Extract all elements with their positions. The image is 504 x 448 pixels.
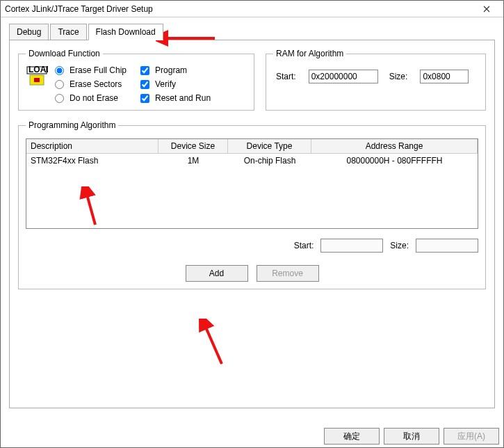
check-program-input[interactable]: [140, 66, 149, 75]
tab-trace[interactable]: Trace: [50, 24, 86, 40]
col-device-type[interactable]: Device Type: [228, 139, 311, 153]
remove-button: Remove: [257, 265, 319, 282]
download-function-group: Download Function LOAD: [18, 49, 254, 111]
tab-page-flash: Download Function LOAD: [9, 40, 495, 408]
svg-rect-3: [34, 78, 40, 82]
load-icon: LOAD: [26, 65, 48, 88]
radio-erase-full[interactable]: Erase Full Chip: [55, 65, 127, 75]
radio-erase-full-input[interactable]: [55, 66, 64, 75]
tab-flash-download[interactable]: Flash Download: [88, 24, 163, 40]
algorithm-table[interactable]: Description Device Size Device Type Addr…: [26, 138, 478, 229]
alg-size-input: [416, 239, 478, 253]
radio-do-not-erase[interactable]: Do not Erase: [55, 93, 127, 103]
annotation-arrow-icon: [190, 319, 232, 367]
alg-size-label: Size:: [390, 241, 409, 250]
check-reset-run-input[interactable]: [140, 94, 149, 103]
check-verify-input[interactable]: [140, 80, 149, 89]
client-area: Debug Trace Flash Download Download Func…: [1, 17, 503, 414]
dialog-window: Cortex JLink/JTrace Target Driver Setup …: [0, 0, 504, 448]
alg-start-input: [320, 239, 383, 253]
ok-button[interactable]: 确定: [324, 428, 380, 445]
col-address-range[interactable]: Address Range: [311, 139, 478, 153]
cancel-button[interactable]: 取消: [384, 428, 439, 445]
close-icon[interactable]: [473, 1, 501, 17]
table-row[interactable]: STM32F4xx Flash 1M On-chip Flash 0800000…: [26, 154, 478, 168]
window-title: Cortex JLink/JTrace Target Driver Setup: [3, 4, 473, 14]
add-button[interactable]: Add: [186, 265, 248, 282]
download-function-legend: Download Function: [26, 49, 103, 58]
ram-for-algorithm-group: RAM for Algorithm Start: Size:: [266, 49, 486, 111]
col-description[interactable]: Description: [26, 139, 158, 153]
titlebar: Cortex JLink/JTrace Target Driver Setup: [1, 1, 503, 17]
tab-debug[interactable]: Debug: [9, 24, 49, 40]
programming-algorithm-legend: Programming Algorithm: [26, 120, 118, 130]
col-device-size[interactable]: Device Size: [158, 139, 228, 153]
check-reset-run[interactable]: Reset and Run: [140, 93, 211, 103]
radio-erase-sectors[interactable]: Erase Sectors: [55, 79, 127, 89]
radio-erase-sectors-input[interactable]: [55, 80, 64, 89]
apply-button: 应用(A): [444, 428, 499, 445]
ram-size-label: Size:: [389, 72, 408, 81]
programming-algorithm-group: Programming Algorithm Description Device…: [18, 120, 486, 289]
cell-device-size: 1M: [158, 154, 228, 168]
ram-legend: RAM for Algorithm: [273, 49, 346, 58]
check-verify[interactable]: Verify: [140, 79, 211, 89]
check-program[interactable]: Program: [140, 65, 211, 75]
table-header: Description Device Size Device Type Addr…: [26, 139, 478, 154]
ram-size-input[interactable]: [420, 70, 469, 83]
ram-start-label: Start:: [276, 72, 296, 81]
tab-strip: Debug Trace Flash Download: [9, 23, 495, 40]
cell-device-type: On-chip Flash: [228, 154, 311, 168]
ram-start-input[interactable]: [309, 70, 378, 83]
dialog-footer: 确定 取消 应用(A): [324, 428, 499, 445]
svg-text:LOAD: LOAD: [29, 65, 48, 74]
svg-line-6: [204, 324, 222, 364]
alg-start-label: Start:: [294, 241, 314, 250]
cell-description: STM32F4xx Flash: [26, 154, 158, 168]
radio-do-not-erase-input[interactable]: [55, 94, 64, 103]
cell-address-range: 08000000H - 080FFFFFH: [311, 154, 478, 168]
